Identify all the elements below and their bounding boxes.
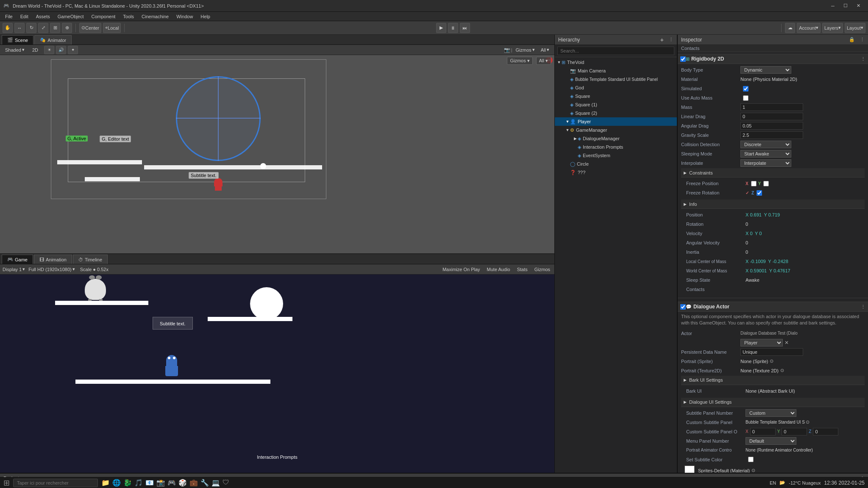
step-button[interactable]: ⏭	[460, 23, 470, 33]
tab-animation[interactable]: 🎞 Animation	[34, 255, 72, 264]
bark-ui-section[interactable]: ▶ Bark UI Settings	[681, 376, 865, 385]
all-toggle[interactable]: All ▾	[536, 57, 551, 65]
subtitle-panel-dropdown[interactable]: Custom Default	[746, 409, 796, 417]
inspector-menu-btn[interactable]: ⋮	[860, 37, 865, 42]
tab-scene[interactable]: 🎬 Scene	[2, 35, 33, 44]
hierarchy-item-square2[interactable]: ◈ Square (2)	[555, 109, 677, 117]
constraints-section[interactable]: ▶ Constraints	[681, 168, 865, 177]
close-button[interactable]: ✕	[852, 0, 865, 12]
move-tool[interactable]: ↔	[14, 23, 25, 33]
menu-assets[interactable]: Assets	[33, 13, 53, 20]
menu-window[interactable]: Window	[173, 13, 196, 20]
app7-icon[interactable]: 🎮	[167, 479, 176, 487]
pivot-button[interactable]: ⊙ Center	[79, 23, 101, 33]
layers-button[interactable]: Layers ▾	[822, 23, 843, 33]
hierarchy-item-square[interactable]: ◈ Square	[555, 92, 677, 100]
hierarchy-item-dialoguemanager[interactable]: ▶ ◈ DialogueManager	[555, 134, 677, 143]
maximize-on-play[interactable]: Maximize On Play	[441, 266, 482, 273]
hierarchy-item-thevoid[interactable]: ▼ ⊞ TheVoid	[555, 58, 677, 67]
sleeping-mode-dropdown[interactable]: Start Awake Start Asleep Never Sleep	[740, 150, 791, 158]
scene-audio-btn[interactable]: 🔊	[56, 46, 66, 54]
auto-mass-checkbox[interactable]	[743, 95, 748, 101]
local-button[interactable]: ⌖ Local	[103, 23, 121, 33]
app12-icon[interactable]: 🛡	[223, 479, 229, 487]
custom-subtitle-z[interactable]	[813, 428, 838, 435]
hierarchy-search[interactable]	[557, 47, 674, 55]
persistent-data-field[interactable]	[740, 348, 803, 356]
hierarchy-item-interaction[interactable]: ◈ Interaction Prompts	[555, 143, 677, 151]
freeze-y-checkbox[interactable]	[763, 181, 769, 186]
inspector-scroll[interactable]: Contacts ⊞ Rigidbody 2D ⋮ Body Type Dyna…	[678, 45, 868, 473]
menu-panel-dropdown[interactable]: Default	[746, 437, 796, 445]
angular-drag-field[interactable]	[740, 122, 803, 130]
shaded-dropdown[interactable]: Shaded ▾	[3, 46, 27, 53]
inspector-lock-btn[interactable]: 🔒	[849, 37, 855, 42]
all-dropdown[interactable]: All ▾	[538, 46, 552, 53]
hierarchy-item-bubble[interactable]: ◈ Bubble Template Standard UI Subtitle P…	[555, 75, 677, 83]
game-gizmos[interactable]: Gizmos	[533, 266, 552, 273]
info-section[interactable]: ▶ Info	[681, 200, 865, 209]
app5-icon[interactable]: 📧	[145, 479, 154, 487]
rotate-tool[interactable]: ↻	[26, 23, 36, 33]
actor-clear-btn[interactable]: ✕	[785, 340, 789, 346]
maximize-button[interactable]: ☐	[839, 0, 852, 12]
custom-subtitle-y[interactable]	[782, 428, 807, 435]
hierarchy-item-god[interactable]: ◈ God	[555, 83, 677, 92]
hierarchy-item-circle[interactable]: ◯ Circle	[555, 160, 677, 168]
scene-light-btn[interactable]: ☀	[44, 46, 54, 54]
portrait-texture-circle[interactable]: ⊙	[780, 368, 784, 373]
rigidbody2d-header[interactable]: ⊞ Rigidbody 2D ⋮	[678, 54, 868, 64]
gizmos-toggle[interactable]: Gizmos ▾	[507, 57, 532, 65]
hierarchy-item-unknown[interactable]: ❓ ???	[555, 168, 677, 177]
layout-button[interactable]: Layout ▾	[845, 23, 865, 33]
portrait-sprite-circle[interactable]: ⊙	[770, 358, 773, 364]
app10-icon[interactable]: 🔧	[200, 479, 209, 487]
hierarchy-item-eventsystem[interactable]: ◈ EventSystem	[555, 151, 677, 160]
menu-help[interactable]: Help	[197, 13, 214, 20]
dialogue-ui-section[interactable]: ▶ Dialogue UI Settings	[681, 398, 865, 407]
resolution-dropdown[interactable]: Full HD (1920x1080) ▾	[28, 266, 75, 272]
file-explorer-icon[interactable]: 📁	[101, 479, 110, 487]
app11-icon[interactable]: 💻	[211, 479, 220, 487]
custom-subtitle-x[interactable]	[750, 428, 776, 435]
app3-icon[interactable]: 🐉	[123, 479, 132, 487]
gizmos-dropdown[interactable]: Gizmos ▾	[513, 46, 537, 53]
mute-audio[interactable]: Mute Audio	[485, 266, 512, 273]
dialogue-actor-enabled[interactable]	[680, 304, 686, 310]
2d-button[interactable]: 2D	[30, 47, 41, 53]
interpolate-dropdown[interactable]: Interpolate Extrapolate None	[740, 159, 791, 167]
tab-game[interactable]: 🎮 Game	[2, 255, 33, 264]
hierarchy-item-square1[interactable]: ◈ Square (1)	[555, 100, 677, 109]
mass-field[interactable]	[740, 103, 803, 111]
rect-tool[interactable]: ⊞	[50, 23, 60, 33]
linear-drag-field[interactable]	[740, 113, 803, 120]
gravity-scale-field[interactable]	[740, 131, 803, 139]
collab-button[interactable]: ☁	[785, 23, 795, 33]
app4-icon[interactable]: 🎵	[134, 479, 143, 487]
dialogue-actor-header[interactable]: 💬 Dialogue Actor ⋮	[678, 302, 868, 312]
actor-sub-dropdown[interactable]: Player	[740, 339, 783, 347]
menu-tools[interactable]: Tools	[120, 13, 137, 20]
hierarchy-item-maincamera[interactable]: 📷 Main Camera	[555, 67, 677, 75]
hierarchy-item-player[interactable]: ▼ 👤 Player	[555, 117, 677, 126]
menu-edit[interactable]: Edit	[17, 13, 32, 20]
stats-btn[interactable]: Stats	[515, 266, 529, 273]
app8-icon[interactable]: 🎲	[178, 479, 187, 487]
hierarchy-item-gamemanager[interactable]: ▼ ⚙ GameManager	[555, 126, 677, 134]
dialogue-actor-context-btn[interactable]: ⋮	[861, 304, 865, 310]
scale-tool[interactable]: ⤢	[38, 23, 48, 33]
hierarchy-add-btn[interactable]: +	[660, 36, 664, 43]
material-circle[interactable]: ⊙	[751, 468, 755, 473]
menu-cinemachine[interactable]: Cinemachine	[138, 13, 172, 20]
freeze-z-checkbox[interactable]	[757, 190, 762, 196]
hand-tool[interactable]: ✋	[3, 23, 13, 33]
hierarchy-menu-btn[interactable]: ⋮	[669, 37, 673, 42]
pause-button[interactable]: ⏸	[448, 23, 458, 33]
play-button[interactable]: ▶	[436, 23, 446, 33]
custom-subtitle-circle[interactable]: ⊙	[806, 419, 810, 425]
tab-timeline[interactable]: ⏱ Timeline	[73, 255, 108, 264]
browser-icon[interactable]: 🌐	[112, 479, 121, 487]
scene-fx-btn[interactable]: ✦	[68, 46, 78, 54]
account-button[interactable]: Account ▾	[797, 23, 821, 33]
tab-animator[interactable]: 🎭 Animator	[34, 35, 72, 44]
